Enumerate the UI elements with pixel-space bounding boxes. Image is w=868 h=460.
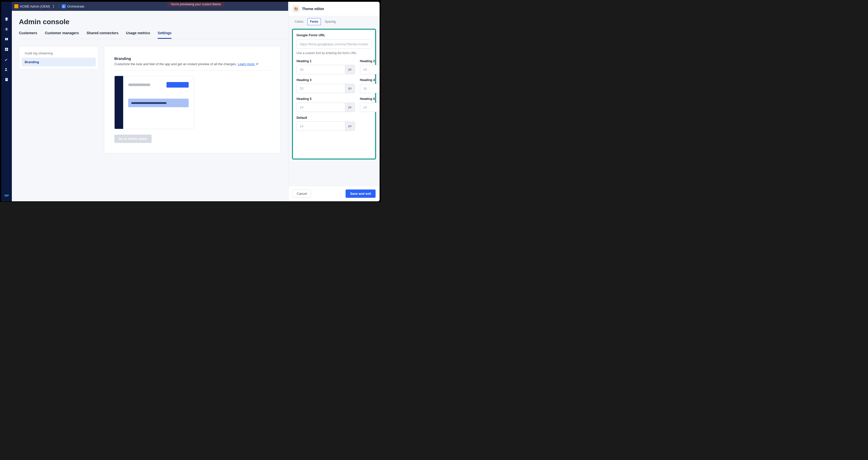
theme-preview-illustration	[114, 76, 194, 129]
grid-icon[interactable]	[4, 47, 9, 52]
heading6-input[interactable]	[360, 103, 380, 112]
branding-heading: Branding	[114, 56, 270, 61]
theme-editor-tabs: Colors Fonts Spacing	[288, 16, 380, 25]
workspace-selector[interactable]: 🔶 ACME Admin (OEM) ▴▾	[14, 4, 56, 8]
theme-tab-colors[interactable]: Colors	[292, 18, 306, 25]
heading1-input[interactable]	[297, 65, 345, 74]
palette-icon: 🎨	[292, 5, 300, 12]
default-font-input[interactable]	[297, 122, 345, 131]
external-link-icon	[256, 62, 258, 65]
tab-shared-connectors[interactable]: Shared connectors	[87, 31, 119, 39]
save-and-exit-button[interactable]: Save and exit	[346, 190, 376, 198]
tab-customer-managers[interactable]: Customer managers	[45, 31, 79, 39]
subnav-audit-log[interactable]: Audit log streaming	[22, 49, 96, 58]
svg-rect-7	[6, 79, 7, 79]
heading5-label: Heading 5	[297, 97, 355, 101]
project-selector[interactable]: ◎ Orchestrate	[62, 4, 84, 8]
heading2-label: Heading 2	[360, 59, 380, 63]
tab-customers[interactable]: Customers	[19, 31, 37, 39]
google-fonts-label: Google Fonts URL	[297, 33, 372, 37]
tab-settings[interactable]: Settings	[158, 31, 172, 39]
user-plus-icon[interactable]	[4, 67, 9, 72]
workspace-name: ACME Admin (OEM)	[20, 4, 50, 8]
project-icon: ◎	[62, 4, 66, 8]
tab-usage-metrics[interactable]: Usage metrics	[126, 31, 150, 39]
project-name: Orchestrate	[67, 4, 84, 8]
theme-editor-panel: 🎨 Theme editor Colors Fonts Spacing Goog…	[288, 2, 380, 201]
cancel-button[interactable]: Cancel	[292, 190, 311, 198]
chevron-updown-icon: ▴▾	[53, 4, 54, 8]
breadcrumb-separator: /	[58, 4, 59, 8]
settings-subnav: Audit log streaming Branding	[19, 46, 98, 69]
report-icon[interactable]	[4, 77, 9, 82]
snowflake-icon[interactable]	[4, 27, 9, 31]
book-icon[interactable]	[4, 37, 9, 41]
brand-logo-icon	[4, 193, 9, 198]
heading1-label: Heading 1	[297, 59, 355, 63]
heading3-label: Heading 3	[297, 78, 355, 82]
theme-tab-spacing[interactable]: Spacing	[322, 18, 338, 25]
google-fonts-url-input[interactable]	[297, 39, 372, 49]
fonts-section: Google Fonts URL Use a custom font by en…	[292, 29, 376, 160]
sidebar-rail	[1, 2, 12, 201]
heading4-input[interactable]	[360, 84, 380, 93]
svg-rect-6	[6, 79, 7, 79]
default-font-label: Default	[297, 116, 355, 120]
heading5-input[interactable]	[297, 103, 345, 112]
theme-tab-fonts[interactable]: Fonts	[307, 18, 321, 25]
svg-point-4	[5, 68, 6, 69]
branding-description: Customize the look and feel of the app a…	[114, 62, 270, 66]
learn-more-link[interactable]: Learn more	[238, 62, 258, 66]
heading2-input[interactable]	[360, 65, 380, 74]
stack-icon[interactable]	[4, 17, 9, 22]
heading4-label: Heading 4	[360, 78, 380, 82]
heading3-input[interactable]	[297, 84, 345, 93]
svg-rect-1	[7, 48, 8, 49]
theme-editor-title: Theme editor	[302, 7, 324, 11]
wrench-icon[interactable]	[4, 57, 9, 62]
go-to-theme-editor-button[interactable]: Go to theme editor	[114, 135, 152, 143]
branding-card: Branding Customize the look and feel of …	[104, 46, 280, 153]
svg-rect-3	[7, 50, 8, 51]
workspace-icon: 🔶	[14, 4, 19, 8]
svg-rect-2	[5, 50, 6, 51]
preview-banner: You're previewing your custom theme	[167, 2, 224, 7]
svg-rect-0	[5, 48, 6, 49]
unit-label: px	[345, 65, 355, 74]
subnav-branding[interactable]: Branding	[22, 58, 96, 66]
google-fonts-hint: Use a custom font by entering the font's…	[297, 51, 372, 55]
heading6-label: Heading 6	[360, 97, 380, 101]
